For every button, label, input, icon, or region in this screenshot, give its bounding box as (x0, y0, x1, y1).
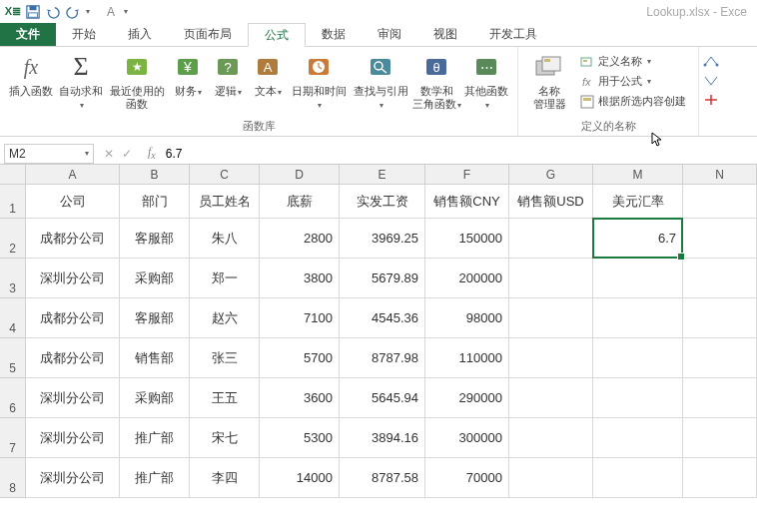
col-header[interactable]: G (509, 165, 593, 185)
cell[interactable]: 3969.25 (340, 219, 425, 259)
row-header[interactable]: 4 (0, 298, 26, 338)
row-header[interactable]: 2 (0, 219, 26, 259)
cell[interactable] (683, 298, 757, 338)
cell[interactable]: 110000 (425, 338, 509, 378)
cell[interactable]: 李四 (190, 458, 260, 498)
tab-view[interactable]: 视图 (417, 22, 473, 46)
fx-label-icon[interactable]: fx (142, 145, 162, 161)
col-header[interactable]: C (190, 165, 260, 185)
other-fn-button[interactable]: ⋯ 其他函数▾ (461, 49, 511, 113)
math-button[interactable]: θ 数学和 三角函数▾ (411, 49, 461, 113)
cell[interactable]: 2800 (260, 219, 340, 259)
cell[interactable]: 宋七 (190, 418, 260, 458)
cell[interactable] (593, 338, 683, 378)
row-header[interactable]: 5 (0, 338, 26, 378)
cell[interactable] (509, 298, 593, 338)
cell[interactable]: 推广部 (120, 418, 190, 458)
cell[interactable]: 员工姓名 (190, 185, 260, 219)
accept-formula-icon[interactable]: ✓ (122, 147, 132, 161)
select-all-corner[interactable] (0, 165, 26, 185)
cell[interactable]: 290000 (425, 378, 509, 418)
cell[interactable] (509, 378, 593, 418)
cell[interactable]: 8787.58 (340, 458, 425, 498)
qat-dropdown2-icon[interactable]: ▾ (122, 3, 130, 21)
col-header[interactable]: F (425, 165, 509, 185)
tab-layout[interactable]: 页面布局 (168, 22, 248, 46)
tab-data[interactable]: 数据 (306, 22, 362, 46)
col-header[interactable]: A (26, 165, 120, 185)
cell[interactable]: 张三 (190, 338, 260, 378)
cell[interactable]: 成都分公司 (26, 219, 120, 259)
cell[interactable]: 7100 (260, 298, 340, 338)
tab-home[interactable]: 开始 (56, 22, 112, 46)
cell-active[interactable]: 6.7 (593, 219, 683, 259)
create-from-selection-button[interactable]: 根据所选内容创建 (576, 93, 690, 110)
cell[interactable] (683, 378, 757, 418)
undo-icon[interactable] (44, 3, 62, 21)
cell[interactable]: 5645.94 (340, 378, 425, 418)
cell[interactable]: 深圳分公司 (26, 458, 120, 498)
tab-dev[interactable]: 开发工具 (473, 22, 553, 46)
cell[interactable]: 销售额USD (509, 185, 593, 219)
cell[interactable] (509, 458, 593, 498)
cell[interactable]: 赵六 (190, 298, 260, 338)
cell[interactable]: 5679.89 (340, 259, 425, 298)
use-in-formula-button[interactable]: fx 用于公式▾ (576, 73, 690, 90)
qat-dropdown-icon[interactable]: ▾ (84, 3, 92, 21)
cell[interactable]: 朱八 (190, 219, 260, 259)
cell[interactable]: 采购部 (120, 378, 190, 418)
cell[interactable]: 5700 (260, 338, 340, 378)
text-button[interactable]: A 文本▾ (248, 49, 288, 100)
cell[interactable]: 成都分公司 (26, 338, 120, 378)
tab-file[interactable]: 文件 (0, 22, 56, 46)
cancel-formula-icon[interactable]: ✕ (104, 147, 114, 161)
cell[interactable]: 5300 (260, 418, 340, 458)
tab-insert[interactable]: 插入 (112, 22, 168, 46)
tab-formulas[interactable]: 公式 (248, 23, 306, 47)
cell[interactable]: 客服部 (120, 298, 190, 338)
cell[interactable]: 深圳分公司 (26, 418, 120, 458)
col-header[interactable]: N (683, 165, 757, 185)
row-header[interactable]: 1 (0, 185, 26, 219)
cell[interactable]: 8787.98 (340, 338, 425, 378)
save-icon[interactable] (24, 3, 42, 21)
cell[interactable] (683, 259, 757, 298)
row-header[interactable]: 7 (0, 418, 26, 458)
cell[interactable]: 150000 (425, 219, 509, 259)
cell[interactable]: 3800 (260, 259, 340, 298)
name-manager-button[interactable]: 名称 管理器 (524, 49, 574, 113)
cell[interactable] (683, 219, 757, 259)
cell[interactable]: 深圳分公司 (26, 259, 120, 298)
cell[interactable]: 销售部 (120, 338, 190, 378)
define-name-button[interactable]: 定义名称▾ (576, 53, 690, 70)
col-header[interactable]: D (260, 165, 340, 185)
cell[interactable]: 98000 (425, 298, 509, 338)
cell[interactable] (509, 259, 593, 298)
col-header[interactable]: E (340, 165, 425, 185)
cell[interactable]: 300000 (425, 418, 509, 458)
cell[interactable] (509, 338, 593, 378)
cell[interactable] (509, 219, 593, 259)
cell[interactable]: 采购部 (120, 259, 190, 298)
lookup-button[interactable]: 查找与引用▾ (350, 49, 411, 113)
col-header[interactable]: M (593, 165, 683, 185)
cell[interactable]: 公司 (26, 185, 120, 219)
cell[interactable]: 郑一 (190, 259, 260, 298)
col-header[interactable]: B (120, 165, 190, 185)
tab-review[interactable]: 审阅 (362, 22, 417, 46)
formula-input[interactable] (162, 144, 757, 164)
autosum-button[interactable]: Σ 自动求和▾ (56, 49, 106, 113)
row-header[interactable]: 8 (0, 458, 26, 498)
name-box-caret-icon[interactable]: ▾ (85, 149, 89, 158)
insert-function-button[interactable]: fx 插入函数 (6, 49, 56, 100)
cell[interactable] (593, 378, 683, 418)
cell[interactable]: 底薪 (260, 185, 340, 219)
cell[interactable]: 14000 (260, 458, 340, 498)
financial-button[interactable]: ¥ 财务▾ (168, 49, 208, 100)
cell[interactable]: 3600 (260, 378, 340, 418)
cell[interactable] (593, 259, 683, 298)
cell[interactable] (593, 298, 683, 338)
cell[interactable]: 王五 (190, 378, 260, 418)
cell[interactable]: 推广部 (120, 458, 190, 498)
datetime-button[interactable]: 日期和时间▾ (288, 49, 350, 113)
